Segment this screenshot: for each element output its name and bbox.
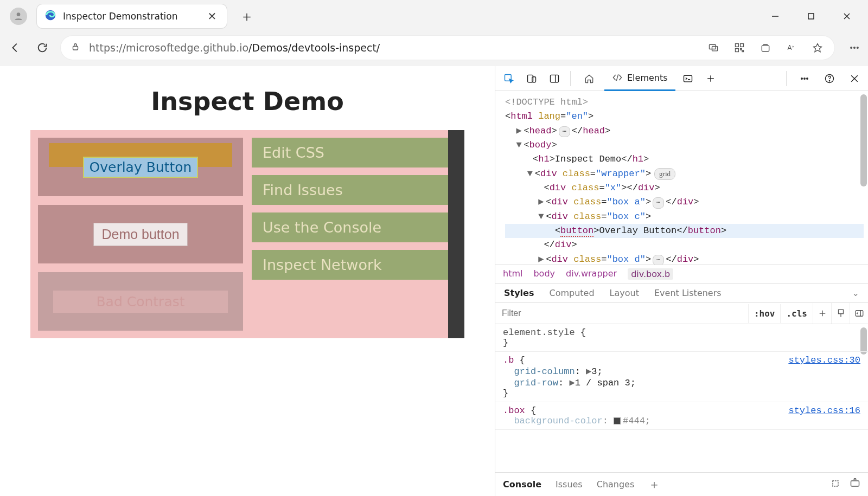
dom-wrapper-class: wrapper	[601, 169, 640, 179]
link-inspect-network[interactable]: Inspect Network	[252, 250, 457, 280]
more-tools-icon[interactable]	[794, 68, 815, 89]
svg-rect-45	[851, 481, 859, 486]
svg-point-18	[851, 47, 852, 49]
svg-rect-13	[742, 50, 744, 52]
rule-b-prop2: grid-row	[514, 378, 558, 388]
svg-rect-3	[808, 14, 814, 19]
box-c: Demo button	[38, 205, 243, 263]
dom-selected-line[interactable]: <button>Overlay Button</button>	[505, 224, 864, 238]
overlay-button-highlighted[interactable]: Overlay Button	[83, 157, 199, 178]
minimize-button[interactable]	[767, 8, 783, 24]
rule-element-style[interactable]: element.style {}	[495, 324, 868, 352]
color-swatch-icon[interactable]	[614, 417, 621, 424]
drawer-tab-console[interactable]: Console	[503, 479, 541, 489]
toggle-sidebar-icon[interactable]	[850, 303, 868, 324]
new-style-rule-icon[interactable]	[813, 303, 831, 324]
devtools-panel: Elements <!DOCTYPE html> <html lang="en"…	[495, 66, 868, 496]
rule-b-src[interactable]: styles.css:30	[788, 355, 860, 365]
svg-point-33	[807, 78, 808, 79]
svg-rect-6	[73, 46, 78, 50]
tab-welcome[interactable]	[576, 66, 602, 91]
grid-badge[interactable]: grid	[654, 168, 675, 180]
svg-rect-12	[741, 49, 742, 50]
cls-toggle[interactable]: .cls	[780, 304, 813, 323]
dom-doctype: <!DOCTYPE html>	[505, 97, 588, 107]
crumb-wrapper[interactable]: div.wrapper	[566, 268, 617, 280]
dom-h1-text: Inspect Demo	[555, 154, 621, 164]
screencast-icon[interactable]	[706, 41, 720, 55]
dom-scrollbar[interactable]	[860, 94, 867, 186]
inspect-element-icon[interactable]	[499, 68, 519, 89]
flex-editor-icon[interactable]	[831, 303, 850, 324]
drawer-expand-icon[interactable]	[830, 478, 841, 491]
read-aloud-icon[interactable]: A»	[784, 41, 799, 55]
close-window-button[interactable]	[839, 8, 855, 24]
svg-point-20	[857, 47, 859, 49]
tab-console-icon[interactable]	[678, 68, 698, 89]
dom-head: head	[529, 126, 552, 136]
stab-layout[interactable]: Layout	[610, 288, 639, 298]
qr-icon[interactable]	[732, 41, 746, 55]
drawer-add-tab-icon[interactable]: ＋	[648, 476, 660, 493]
rule-box-src[interactable]: styles.css:16	[788, 405, 860, 416]
add-tab-icon[interactable]	[700, 68, 721, 89]
demo-button[interactable]: Demo button	[93, 223, 187, 246]
dom-tree[interactable]: <!DOCTYPE html> <html lang="en"> ▶<head>…	[495, 91, 868, 265]
page-viewport: Inspect Demo Overlay Button Edit CSS Fin…	[0, 66, 495, 496]
crumb-html[interactable]: html	[503, 268, 522, 280]
devtools-drawer: Console Issues Changes ＋	[495, 472, 868, 496]
favorite-icon[interactable]	[810, 41, 825, 55]
link-find-issues[interactable]: Find Issues	[252, 175, 457, 205]
dock-side-icon[interactable]	[544, 68, 565, 89]
svg-rect-24	[551, 75, 559, 82]
close-devtools-icon[interactable]	[844, 68, 865, 89]
svg-point-32	[804, 78, 806, 79]
device-toolbar-icon[interactable]	[521, 68, 542, 89]
address-bar[interactable]: https://microsoftedge.github.io/Demos/de…	[61, 36, 834, 60]
settings-menu-button[interactable]	[847, 41, 861, 55]
stab-computed[interactable]: Computed	[549, 288, 594, 298]
rule-box-sel: .box	[503, 405, 525, 416]
rule-b-prop1: grid-column	[514, 366, 575, 377]
stab-event-listeners[interactable]: Event Listeners	[654, 288, 722, 298]
new-tab-button[interactable]: ＋	[240, 9, 254, 23]
profile-avatar[interactable]	[10, 8, 27, 25]
hov-toggle[interactable]: :hov	[748, 304, 781, 323]
dom-box-c: box c	[612, 211, 640, 222]
drawer-tab-issues[interactable]: Issues	[556, 479, 583, 489]
stab-styles[interactable]: Styles	[504, 288, 534, 298]
page-title: Inspect Demo	[0, 87, 495, 116]
crumb-box-b[interactable]: div.box.b	[628, 268, 673, 280]
workspace: Inspect Demo Overlay Button Edit CSS Fin…	[0, 66, 868, 496]
svg-rect-40	[838, 310, 843, 314]
drawer-tab-changes[interactable]: Changes	[597, 479, 635, 489]
styles-filter-input[interactable]	[495, 303, 748, 324]
help-icon[interactable]	[819, 68, 840, 89]
tab-elements-label: Elements	[627, 73, 668, 83]
svg-rect-14	[762, 46, 769, 51]
dom-x-class: x	[610, 183, 616, 193]
edge-favicon-icon	[44, 9, 56, 23]
dom-body: body	[529, 140, 552, 150]
svg-text:A: A	[788, 44, 792, 51]
drawer-collapse-icon[interactable]	[850, 478, 860, 491]
browser-chrome: Inspector Demonstration ✕ ＋ https://micr…	[0, 0, 868, 66]
crumb-body[interactable]: body	[533, 268, 555, 280]
link-use-console[interactable]: Use the Console	[252, 212, 457, 242]
collections-icon[interactable]	[758, 41, 773, 55]
maximize-button[interactable]	[803, 8, 819, 24]
browser-tab[interactable]: Inspector Demonstration ✕	[37, 4, 227, 28]
chevron-down-icon[interactable]: ⌄	[852, 288, 859, 298]
dom-breadcrumb[interactable]: html body div.wrapper div.box.b	[495, 265, 868, 284]
back-button[interactable]	[7, 39, 24, 56]
url-text: https://microsoftedge.github.io/Demos/de…	[89, 42, 380, 54]
rule-box[interactable]: styles.css:16 .box { background-color: #…	[495, 402, 868, 430]
tab-close-icon[interactable]: ✕	[205, 9, 219, 23]
refresh-button[interactable]	[34, 39, 51, 56]
link-edit-css[interactable]: Edit CSS	[252, 138, 457, 168]
rule-b[interactable]: styles.css:30 .b { grid-column: ▶3; grid…	[495, 352, 868, 402]
bad-contrast-button[interactable]: Bad Contrast	[53, 291, 227, 313]
tab-elements[interactable]: Elements	[604, 66, 675, 91]
styles-rules[interactable]: element.style {} styles.css:30 .b { grid…	[495, 324, 868, 472]
url-host: https://microsoftedge.github.io	[89, 42, 248, 54]
